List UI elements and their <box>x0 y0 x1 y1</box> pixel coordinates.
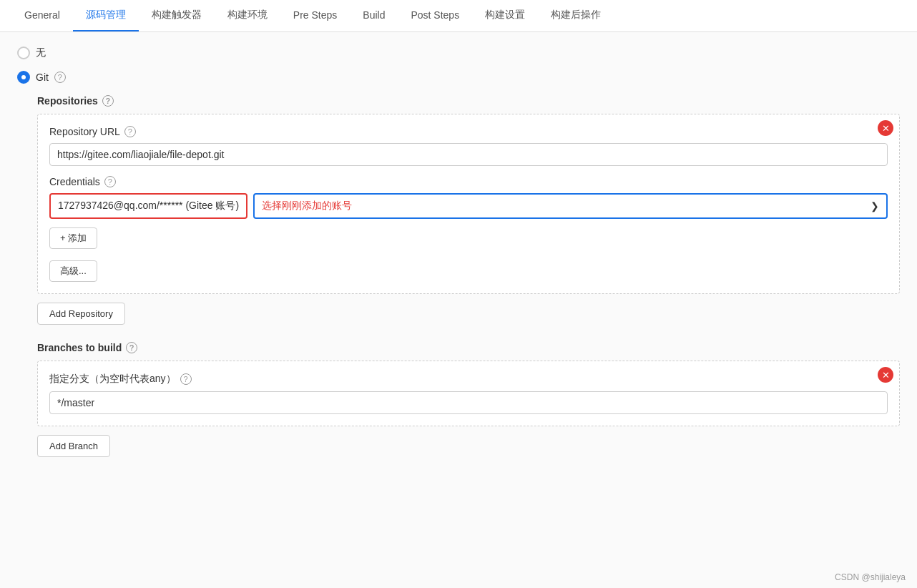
tab-poststeps[interactable]: Post Steps <box>398 1 472 31</box>
add-credentials-button[interactable]: + 添加 <box>49 227 97 249</box>
radio-git-group: Git ? <box>17 71 900 84</box>
branch-label-text: 指定分支（为空时代表any） <box>49 373 176 386</box>
branches-section-label: Branches to build ? <box>37 342 900 353</box>
tab-env[interactable]: 构建环境 <box>215 0 280 31</box>
repo-url-field-label: Repository URL ? <box>49 126 888 137</box>
credentials-selected-value: 1727937426@qq.com/****** (Gitee 账号) <box>49 193 247 219</box>
repository-box: ✕ Repository URL ? Credentials ? 1727937… <box>37 114 900 294</box>
tab-general[interactable]: General <box>11 1 73 31</box>
branches-help-icon[interactable]: ? <box>126 342 137 353</box>
repo-url-label-text: Repository URL <box>49 126 120 137</box>
tab-presteps[interactable]: Pre Steps <box>280 1 350 31</box>
tab-trigger[interactable]: 构建触发器 <box>139 0 215 31</box>
branch-close-button[interactable]: ✕ <box>878 367 893 383</box>
main-content: 无 Git ? Repositories ? ✕ Repository URL <box>0 32 917 588</box>
close-icon: ✕ <box>882 124 890 133</box>
tab-settings[interactable]: 构建设置 <box>472 0 538 31</box>
credentials-wrapper: 1727937426@qq.com/****** (Gitee 账号) 选择刚刚… <box>49 193 888 219</box>
add-branch-label: Add Branch <box>49 441 98 451</box>
repository-close-button[interactable]: ✕ <box>878 120 893 136</box>
tab-build[interactable]: Build <box>350 1 398 31</box>
radio-git[interactable] <box>17 71 30 84</box>
git-help-icon[interactable]: ? <box>54 72 66 83</box>
repo-url-help-icon[interactable]: ? <box>124 126 136 137</box>
add-credentials-label: + 添加 <box>60 232 87 245</box>
add-repository-label: Add Repository <box>49 308 113 319</box>
footer-text: CSDN @shijialeya <box>835 572 906 582</box>
add-branch-button[interactable]: Add Branch <box>37 435 110 457</box>
branches-section: Branches to build ? ✕ 指定分支（为空时代表any） ? <box>37 342 900 471</box>
repositories-help-icon[interactable]: ? <box>102 95 114 107</box>
credentials-hint-text: 选择刚刚添加的账号 <box>262 200 352 212</box>
page-footer: CSDN @shijialeya <box>835 572 906 582</box>
advanced-button[interactable]: 高级... <box>49 260 97 282</box>
radio-none-label: 无 <box>36 46 46 59</box>
radio-none-group: 无 <box>17 46 900 59</box>
repositories-label-text: Repositories <box>37 95 98 107</box>
branches-label-text: Branches to build <box>37 342 122 353</box>
radio-git-label: Git <box>36 72 49 83</box>
git-section: Repositories ? ✕ Repository URL ? Creden… <box>37 95 900 471</box>
advanced-label: 高级... <box>60 265 87 278</box>
page-container: General 源码管理 构建触发器 构建环境 Pre Steps Build … <box>0 0 917 588</box>
tab-source[interactable]: 源码管理 <box>73 0 139 31</box>
credentials-dropdown[interactable]: 选择刚刚添加的账号 ❯ <box>253 193 888 219</box>
branch-input[interactable] <box>49 391 888 414</box>
repositories-section-label: Repositories ? <box>37 95 900 107</box>
credentials-help-icon[interactable]: ? <box>104 176 116 187</box>
dropdown-arrow-icon: ❯ <box>871 200 879 212</box>
branch-help-icon[interactable]: ? <box>180 373 192 385</box>
tabs-bar: General 源码管理 构建触发器 构建环境 Pre Steps Build … <box>0 0 917 32</box>
credentials-field-label: Credentials ? <box>49 176 888 187</box>
credentials-label-text: Credentials <box>49 176 100 187</box>
branch-box: ✕ 指定分支（为空时代表any） ? <box>37 361 900 426</box>
branch-close-icon: ✕ <box>882 371 890 380</box>
branch-field-label: 指定分支（为空时代表any） ? <box>49 373 888 386</box>
radio-none[interactable] <box>17 46 30 59</box>
repo-url-input[interactable] <box>49 143 888 166</box>
tab-postbuild[interactable]: 构建后操作 <box>538 0 614 31</box>
add-repository-button[interactable]: Add Repository <box>37 303 125 325</box>
